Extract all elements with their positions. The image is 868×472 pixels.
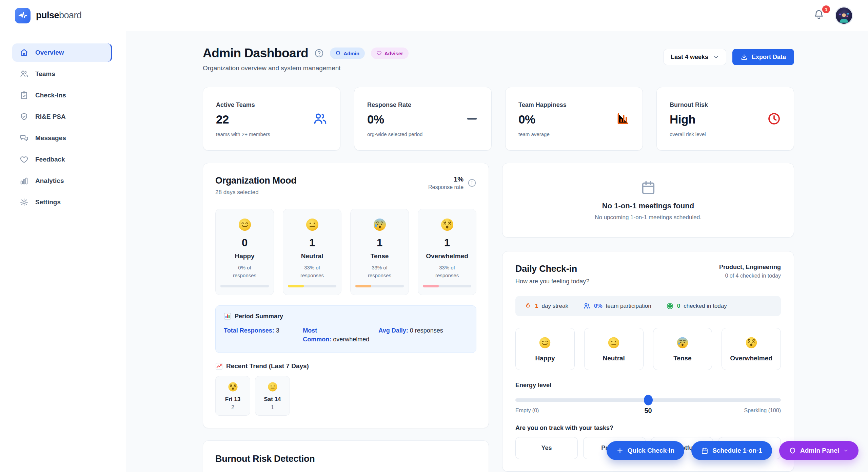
brand-logo[interactable]: pulseboard — [15, 8, 82, 23]
target-icon — [666, 302, 674, 310]
meetings-empty-title: No 1-on-1 meetings found — [602, 202, 694, 210]
happy-face-icon — [539, 337, 551, 349]
mood-progress-bar — [220, 285, 269, 287]
energy-value: 50 — [644, 407, 652, 415]
info-icon[interactable] — [468, 178, 476, 187]
energy-level-label: Energy level — [515, 382, 781, 389]
admin-panel-button[interactable]: Admin Panel — [779, 441, 859, 460]
schedule-1on1-button[interactable]: Schedule 1-on-1 — [691, 441, 772, 460]
recent-trend-title: Recent Trend (Last 7 Days) — [226, 362, 309, 370]
shield-icon — [789, 447, 796, 454]
day-streak-stat: 1 day streak — [524, 302, 568, 310]
heart-icon — [376, 51, 382, 56]
burnout-risk-card: Burnout Risk Detection — [203, 440, 489, 472]
happy-face-icon — [238, 218, 252, 231]
checkin-teams: Product, Engineering — [719, 264, 781, 271]
minus-icon — [466, 112, 478, 125]
avatar-illustration-icon — [837, 10, 851, 24]
help-icon[interactable] — [314, 49, 324, 58]
gear-icon — [20, 198, 28, 207]
chat-icon — [20, 134, 28, 143]
shield-check-icon — [20, 112, 28, 121]
top-navbar: pulseboard 1 — [0, 0, 868, 31]
sidebar-item-label: Feedback — [35, 156, 65, 163]
sidebar-item-label: Analytics — [35, 177, 64, 185]
mood-summary-grid: 0 Happy 0% of responses 1 Neutral 33% of… — [215, 209, 476, 295]
calendar-icon — [640, 180, 656, 195]
response-rate-label: Response rate — [428, 184, 463, 190]
checkin-count: 0 of 4 checked in today — [719, 273, 781, 279]
sidebar-item-checkins[interactable]: Check-ins — [12, 86, 112, 105]
chevron-down-icon — [713, 54, 719, 60]
brand-name: pulseboard — [36, 10, 82, 21]
meetings-empty-subtitle: No upcoming 1-on-1 meetings scheduled. — [595, 214, 702, 221]
sidebar-item-label: RI&E PSA — [35, 113, 66, 120]
stat-card-team-happiness: Team Happiness 0% team average — [505, 87, 643, 151]
stat-value: 0% — [367, 113, 478, 126]
mood-progress-bar — [288, 285, 336, 287]
clipboard-check-icon — [20, 91, 28, 100]
period-most-common: Most Common: overwhelmed — [303, 326, 378, 344]
mood-tile-neutral: 1 Neutral 33% of responses — [283, 209, 341, 295]
plus-icon — [616, 447, 624, 454]
sidebar-item-teams[interactable]: Teams — [12, 65, 112, 83]
energy-slider[interactable] — [515, 398, 781, 402]
recent-trend-row: Fri 13 2 Sat 14 1 — [215, 376, 476, 416]
sidebar-item-messages[interactable]: Messages — [12, 129, 112, 147]
overwhelmed-face-icon — [440, 218, 454, 231]
daily-checkin-subtitle: How are you feeling today? — [515, 278, 589, 285]
organization-mood-card: Organization Mood 28 days selected 1% Re… — [203, 163, 489, 428]
on-track-option-yes[interactable]: Yes — [515, 437, 578, 459]
sidebar-item-analytics[interactable]: Analytics — [12, 172, 112, 190]
neutral-face-icon — [268, 382, 278, 392]
calendar-icon — [701, 447, 708, 454]
bar-chart-emoji-icon — [224, 313, 231, 320]
quick-checkin-button[interactable]: Quick Check-in — [607, 441, 684, 460]
tense-face-icon — [373, 218, 387, 231]
notifications-button[interactable]: 1 — [813, 9, 825, 22]
stat-card-response-rate: Response Rate 0% org-wide selected perio… — [354, 87, 492, 151]
sidebar-item-rie-psa[interactable]: RI&E PSA — [12, 108, 112, 126]
mood-tile-tense: 1 Tense 33% of responses — [350, 209, 409, 295]
stats-row: Active Teams 22 teams with 2+ members Re… — [203, 87, 794, 151]
home-icon — [20, 48, 28, 57]
shield-icon — [335, 51, 341, 56]
sidebar-item-label: Teams — [35, 70, 55, 78]
download-icon — [741, 54, 748, 61]
trend-day-card: Fri 13 2 — [215, 376, 250, 416]
sidebar-nav: Overview Teams Check-ins RI&E PSA Messag… — [0, 31, 126, 472]
users-icon — [20, 70, 28, 78]
sidebar-item-settings[interactable]: Settings — [12, 193, 112, 211]
bar-chart-axis-icon — [616, 112, 630, 126]
trend-day-card: Sat 14 1 — [255, 376, 290, 416]
mood-button-happy[interactable]: Happy — [515, 328, 575, 370]
checkin-streak-bar: 1 day streak 0% team participation 0 che… — [515, 296, 781, 316]
energy-slider-thumb[interactable] — [644, 395, 653, 405]
sidebar-item-label: Settings — [35, 199, 61, 206]
period-avg-daily: Avg Daily: 0 responses — [378, 326, 468, 344]
notification-badge: 1 — [822, 5, 831, 14]
mood-button-tense[interactable]: Tense — [653, 328, 712, 370]
pulseboard-logo-icon — [15, 8, 31, 23]
trend-chart-emoji-icon — [215, 362, 223, 370]
mood-button-overwhelmed[interactable]: Overwhelmed — [722, 328, 781, 370]
meetings-empty-card: No 1-on-1 meetings found No upcoming 1-o… — [502, 163, 794, 238]
participation-stat: 0% team participation — [583, 302, 651, 310]
user-avatar[interactable] — [835, 6, 853, 25]
tense-face-icon — [676, 337, 689, 349]
flame-icon — [524, 302, 532, 310]
sidebar-item-feedback[interactable]: Feedback — [12, 150, 112, 169]
clock-icon — [767, 112, 781, 126]
page-subtitle: Organization overview and system managem… — [203, 64, 409, 72]
export-data-button[interactable]: Export Data — [732, 49, 794, 65]
period-select[interactable]: Last 4 weeks — [664, 49, 726, 65]
energy-max-label: Sparkling (100) — [744, 408, 781, 414]
response-rate-value: 1% — [428, 175, 463, 183]
mood-button-neutral[interactable]: Neutral — [584, 328, 644, 370]
chevron-down-icon — [843, 448, 849, 453]
sidebar-item-overview[interactable]: Overview — [12, 43, 112, 62]
bar-chart-icon — [20, 176, 28, 185]
on-track-question: Are you on track with your tasks? — [515, 424, 781, 432]
stat-card-active-teams: Active Teams 22 teams with 2+ members — [203, 87, 340, 151]
role-badge-adviser: Adviser — [371, 48, 409, 59]
